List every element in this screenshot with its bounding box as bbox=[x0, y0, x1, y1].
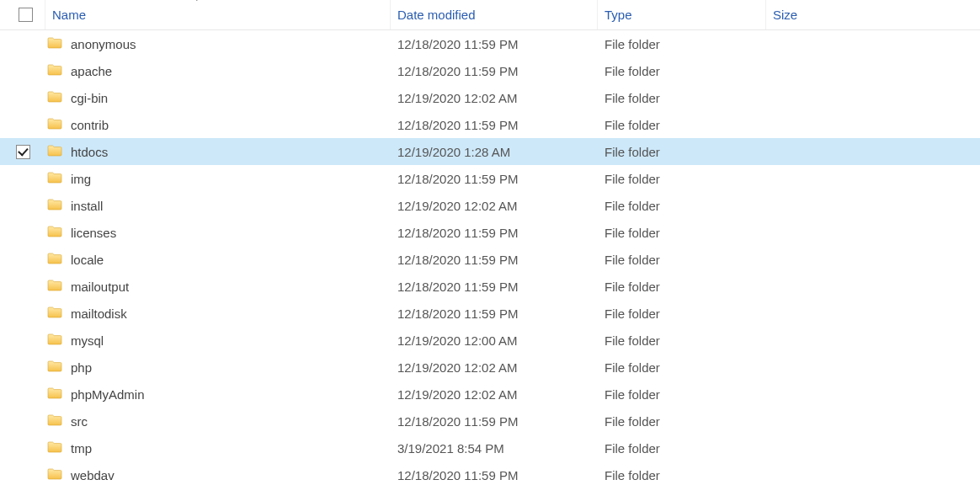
row-name-cell[interactable]: install bbox=[45, 192, 391, 219]
file-row[interactable]: src12/18/2020 11:59 PMFile folder bbox=[0, 408, 980, 434]
row-name-cell[interactable]: mailoutput bbox=[45, 273, 391, 300]
column-header-row: ˅ Name Date modified Type Size bbox=[0, 0, 980, 30]
row-checkbox-cell[interactable] bbox=[0, 111, 45, 138]
row-name-label: install bbox=[71, 199, 103, 213]
row-name-cell[interactable]: mysql bbox=[45, 327, 391, 354]
file-row[interactable]: php12/19/2020 12:02 AMFile folder bbox=[0, 354, 980, 381]
row-size-cell bbox=[766, 327, 876, 354]
row-name-cell[interactable]: mailtodisk bbox=[45, 300, 391, 327]
file-row[interactable]: install12/19/2020 12:02 AMFile folder bbox=[0, 192, 980, 219]
select-all-checkbox[interactable] bbox=[19, 8, 33, 22]
column-header-name[interactable]: Name bbox=[45, 0, 391, 29]
row-size-cell bbox=[766, 273, 876, 300]
column-header-size[interactable]: Size bbox=[766, 0, 876, 29]
column-header-name-label: Name bbox=[52, 8, 86, 22]
folder-icon bbox=[47, 171, 71, 186]
row-checkbox-cell[interactable] bbox=[0, 327, 45, 354]
row-type-cell: File folder bbox=[598, 138, 766, 165]
row-type-cell: File folder bbox=[598, 192, 766, 219]
row-date-cell: 12/18/2020 11:59 PM bbox=[391, 57, 598, 84]
folder-icon bbox=[47, 225, 71, 240]
row-name-cell[interactable]: cgi-bin bbox=[45, 84, 391, 111]
row-date-cell: 12/19/2020 1:28 AM bbox=[391, 138, 598, 165]
folder-icon bbox=[47, 117, 71, 132]
row-size-cell bbox=[766, 246, 876, 273]
row-date-cell: 12/18/2020 11:59 PM bbox=[391, 461, 598, 488]
row-date-cell: 12/19/2020 12:00 AM bbox=[391, 327, 598, 354]
row-type-cell: File folder bbox=[598, 57, 766, 84]
row-checkbox-cell[interactable] bbox=[0, 273, 45, 300]
row-name-cell[interactable]: img bbox=[45, 165, 391, 192]
row-checkbox-cell[interactable] bbox=[0, 300, 45, 327]
row-name-inner: mailtodisk bbox=[45, 306, 127, 321]
file-row[interactable]: mysql12/19/2020 12:00 AMFile folder bbox=[0, 327, 980, 354]
row-type-cell: File folder bbox=[598, 111, 766, 138]
row-checkbox-cell[interactable] bbox=[0, 165, 45, 192]
row-checkbox-cell[interactable] bbox=[0, 84, 45, 111]
row-name-inner: src bbox=[45, 413, 88, 429]
row-checkbox-cell[interactable] bbox=[0, 408, 45, 434]
row-name-label: webdav bbox=[71, 468, 115, 482]
row-name-cell[interactable]: webdav bbox=[45, 461, 391, 488]
row-checkbox-cell[interactable] bbox=[0, 246, 45, 273]
row-checkbox-cell[interactable] bbox=[0, 30, 45, 57]
file-row[interactable]: img12/18/2020 11:59 PMFile folder bbox=[0, 165, 980, 192]
column-header-type-label: Type bbox=[605, 8, 632, 22]
column-header-type[interactable]: Type bbox=[598, 0, 766, 29]
row-name-inner: licenses bbox=[45, 225, 116, 240]
file-row[interactable]: locale12/18/2020 11:59 PMFile folder bbox=[0, 246, 980, 273]
row-name-cell[interactable]: contrib bbox=[45, 111, 391, 138]
file-row[interactable]: webdav12/18/2020 11:59 PMFile folder bbox=[0, 461, 980, 488]
row-name-inner: mailoutput bbox=[45, 279, 129, 294]
row-checkbox-cell[interactable] bbox=[0, 381, 45, 408]
row-checkbox-cell[interactable] bbox=[0, 354, 45, 381]
row-checkbox-cell[interactable] bbox=[0, 57, 45, 84]
folder-icon bbox=[47, 90, 71, 105]
row-checkbox-cell[interactable] bbox=[0, 461, 45, 488]
file-row[interactable]: mailtodisk12/18/2020 11:59 PMFile folder bbox=[0, 300, 980, 327]
row-type-cell: File folder bbox=[598, 300, 766, 327]
row-size-cell bbox=[766, 165, 876, 192]
file-row[interactable]: mailoutput12/18/2020 11:59 PMFile folder bbox=[0, 273, 980, 300]
row-name-cell[interactable]: php bbox=[45, 354, 391, 381]
file-row[interactable]: licenses12/18/2020 11:59 PMFile folder bbox=[0, 219, 980, 246]
row-type-cell: File folder bbox=[598, 219, 766, 246]
row-name-inner: htdocs bbox=[45, 144, 108, 159]
column-header-checkbox[interactable] bbox=[0, 0, 45, 29]
row-name-cell[interactable]: tmp bbox=[45, 434, 391, 461]
row-name-cell[interactable]: locale bbox=[45, 246, 391, 273]
file-row[interactable]: anonymous12/18/2020 11:59 PMFile folder bbox=[0, 30, 980, 57]
row-checkbox-cell[interactable] bbox=[0, 138, 45, 165]
row-size-cell bbox=[766, 111, 876, 138]
row-name-inner: cgi-bin bbox=[45, 90, 108, 105]
row-name-inner: anonymous bbox=[45, 36, 136, 51]
file-row[interactable]: contrib12/18/2020 11:59 PMFile folder bbox=[0, 111, 980, 138]
column-header-size-label: Size bbox=[773, 8, 797, 22]
row-size-cell bbox=[766, 434, 876, 461]
row-checkbox[interactable] bbox=[16, 145, 30, 159]
row-name-cell[interactable]: anonymous bbox=[45, 30, 391, 57]
row-name-cell[interactable]: licenses bbox=[45, 219, 391, 246]
row-type-cell: File folder bbox=[598, 165, 766, 192]
file-row[interactable]: phpMyAdmin12/19/2020 12:02 AMFile folder bbox=[0, 381, 980, 408]
row-size-cell bbox=[766, 408, 876, 434]
folder-icon bbox=[47, 413, 71, 429]
row-date-cell: 12/18/2020 11:59 PM bbox=[391, 246, 598, 273]
file-row[interactable]: cgi-bin12/19/2020 12:02 AMFile folder bbox=[0, 84, 980, 111]
row-name-label: apache bbox=[71, 64, 112, 78]
row-date-cell: 12/19/2020 12:02 AM bbox=[391, 84, 598, 111]
file-row[interactable]: tmp3/19/2021 8:54 PMFile folder bbox=[0, 434, 980, 461]
file-row[interactable]: apache12/18/2020 11:59 PMFile folder bbox=[0, 57, 980, 84]
file-row[interactable]: htdocs12/19/2020 1:28 AMFile folder bbox=[0, 138, 980, 165]
column-header-date[interactable]: Date modified bbox=[391, 0, 598, 29]
row-date-cell: 12/18/2020 11:59 PM bbox=[391, 273, 598, 300]
row-name-cell[interactable]: apache bbox=[45, 57, 391, 84]
row-date-cell: 12/19/2020 12:02 AM bbox=[391, 192, 598, 219]
row-checkbox-cell[interactable] bbox=[0, 434, 45, 461]
row-type-cell: File folder bbox=[598, 381, 766, 408]
row-name-cell[interactable]: phpMyAdmin bbox=[45, 381, 391, 408]
row-checkbox-cell[interactable] bbox=[0, 192, 45, 219]
row-name-cell[interactable]: src bbox=[45, 408, 391, 434]
row-name-cell[interactable]: htdocs bbox=[45, 138, 391, 165]
row-checkbox-cell[interactable] bbox=[0, 219, 45, 246]
